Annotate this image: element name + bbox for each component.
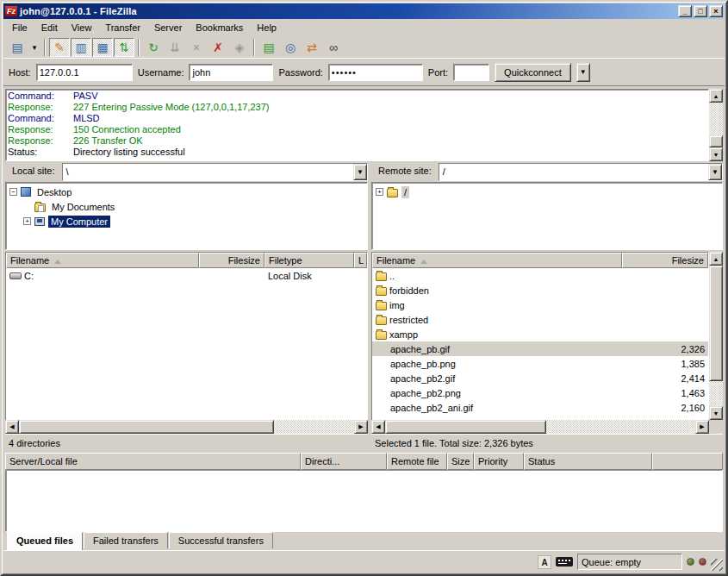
process-queue-icon[interactable]: ⇊ bbox=[165, 38, 185, 57]
scroll-thumb[interactable] bbox=[19, 420, 274, 434]
log-line: Command:MLSD bbox=[8, 113, 706, 124]
tree-item[interactable]: My Documents bbox=[6, 199, 367, 214]
scroll-thumb[interactable] bbox=[709, 266, 723, 381]
remote-vscrollbar[interactable]: ▲ ▼ bbox=[709, 252, 723, 420]
column-filesize[interactable]: Filesize bbox=[622, 253, 708, 268]
queue-tabs: Queued files Failed transfers Successful… bbox=[5, 532, 723, 550]
tree-item[interactable]: + My Computer bbox=[6, 214, 367, 229]
port-input[interactable] bbox=[453, 64, 489, 81]
remote-file-row[interactable]: apache_pb.png 1,385 bbox=[372, 356, 708, 371]
site-manager-dropdown[interactable]: ▾ bbox=[28, 38, 40, 57]
combo-dropdown-icon[interactable]: ▼ bbox=[708, 164, 722, 180]
queue-list[interactable] bbox=[5, 470, 723, 532]
log-line: Response:150 Connection accepted bbox=[8, 124, 706, 135]
tree-expander[interactable]: − bbox=[9, 188, 17, 196]
scroll-thumb[interactable] bbox=[709, 135, 723, 147]
cancel-operation-icon[interactable]: × bbox=[186, 38, 207, 57]
titlebar[interactable]: Fz john@127.0.0.1 - FileZilla _ □ × bbox=[3, 3, 725, 19]
menu-item[interactable]: Bookmarks bbox=[189, 21, 250, 34]
filezilla-window: Fz john@127.0.0.1 - FileZilla _ □ × File… bbox=[0, 0, 728, 576]
column-filetype[interactable]: Filetype bbox=[264, 253, 354, 268]
sync-browsing-icon[interactable]: ⇄ bbox=[302, 38, 322, 57]
remote-file-row[interactable]: xampp bbox=[372, 327, 708, 341]
scroll-down-icon[interactable]: ▼ bbox=[709, 147, 723, 161]
log-scrollbar[interactable]: ▲ ▼ bbox=[709, 89, 723, 161]
column-priority[interactable]: Priority bbox=[474, 453, 524, 470]
resize-grip[interactable] bbox=[711, 559, 723, 571]
queue-tab[interactable]: Successful transfers bbox=[169, 532, 273, 548]
local-site-combo[interactable]: \ ▼ bbox=[62, 163, 368, 181]
transfer-queue: Server/Local file Directi... Remote file… bbox=[3, 451, 725, 550]
close-button[interactable]: × bbox=[709, 5, 723, 17]
transfer-type-icon[interactable]: A bbox=[538, 555, 551, 569]
speed-limits-icon[interactable] bbox=[556, 557, 573, 567]
menu-item[interactable]: View bbox=[65, 21, 99, 34]
tree-item[interactable]: + / bbox=[372, 185, 722, 199]
remote-file-row[interactable]: apache_pb2.gif 2,414 bbox=[372, 371, 708, 385]
remote-file-row[interactable]: apache_pb2_ani.gif 2,160 bbox=[372, 400, 708, 415]
menu-item[interactable]: Help bbox=[250, 21, 283, 34]
toggle-queue-view-icon[interactable]: ⇅ bbox=[114, 38, 134, 57]
column-server-local-file[interactable]: Server/Local file bbox=[5, 453, 301, 470]
remote-file-row[interactable]: forbidden bbox=[372, 283, 708, 297]
remote-file-row[interactable]: img bbox=[372, 297, 708, 312]
statusbar: A Queue: empty bbox=[3, 550, 725, 573]
username-input[interactable] bbox=[189, 64, 273, 81]
scroll-up-icon[interactable]: ▲ bbox=[709, 252, 723, 266]
menu-item[interactable]: Server bbox=[147, 21, 189, 34]
tree-expander[interactable]: + bbox=[23, 217, 31, 225]
remote-file-row[interactable]: restricted bbox=[372, 312, 708, 327]
column-last-modified[interactable]: L bbox=[354, 253, 367, 268]
toolbar: ▤ ▾ ✎ ▥ ▦ ⇅ ↻ ⇊ × ✗ ◈ ▤ ◎ bbox=[3, 36, 725, 59]
disconnect-icon[interactable]: ✗ bbox=[208, 38, 228, 57]
column-size[interactable]: Size bbox=[447, 453, 474, 470]
remote-file-row[interactable]: .. bbox=[372, 268, 708, 283]
receive-activity-led-icon bbox=[699, 558, 706, 566]
folder-icon bbox=[376, 302, 387, 310]
tree-expander[interactable]: + bbox=[376, 188, 383, 196]
combo-dropdown-icon[interactable]: ▼ bbox=[353, 164, 367, 180]
column-remote-file[interactable]: Remote file bbox=[387, 453, 447, 470]
queue-tab[interactable]: Queued files bbox=[7, 532, 83, 550]
remote-site-combo[interactable]: / ▼ bbox=[439, 163, 723, 181]
refresh-icon[interactable]: ↻ bbox=[143, 38, 164, 57]
queue-tab[interactable]: Failed transfers bbox=[84, 532, 168, 548]
local-file-row[interactable]: C: Local Disk bbox=[6, 268, 367, 283]
password-input[interactable] bbox=[328, 64, 423, 81]
remote-hscrollbar[interactable]: ◀ ▶ bbox=[371, 420, 709, 434]
tree-item[interactable]: − Desktop bbox=[6, 185, 367, 199]
minimize-button[interactable]: _ bbox=[678, 5, 692, 17]
column-filename[interactable]: Filename bbox=[372, 253, 622, 268]
find-files-icon[interactable]: ∞ bbox=[323, 38, 344, 57]
scroll-left-icon[interactable]: ◀ bbox=[5, 420, 19, 434]
toggle-log-view-icon[interactable]: ✎ bbox=[49, 38, 70, 57]
filter-icon[interactable]: ▤ bbox=[258, 38, 279, 57]
quickconnect-dropdown[interactable]: ▼ bbox=[576, 63, 590, 82]
scroll-right-icon[interactable]: ▶ bbox=[695, 420, 709, 434]
menu-item[interactable]: Edit bbox=[34, 21, 65, 34]
column-status[interactable]: Status bbox=[524, 453, 652, 470]
quickconnect-button[interactable]: Quickconnect bbox=[495, 63, 571, 82]
toggle-local-tree-icon[interactable]: ▥ bbox=[71, 38, 91, 57]
remote-file-row[interactable]: apache_pb2.png 1,463 bbox=[372, 385, 708, 400]
column-filename[interactable]: Filename bbox=[6, 253, 199, 268]
scroll-right-icon[interactable]: ▶ bbox=[354, 420, 368, 434]
remote-file-row[interactable]: apache_pb.gif 2,326 bbox=[372, 341, 708, 356]
scroll-down-icon[interactable]: ▼ bbox=[709, 406, 723, 420]
scroll-thumb[interactable] bbox=[385, 420, 546, 434]
directory-compare-icon[interactable]: ◎ bbox=[280, 38, 301, 57]
desktop-icon bbox=[21, 187, 31, 197]
maximize-button[interactable]: □ bbox=[694, 5, 707, 17]
menu-item[interactable]: Transfer bbox=[98, 21, 147, 34]
local-list-header: Filename Filesize Filetype L bbox=[6, 253, 367, 268]
reconnect-icon[interactable]: ◈ bbox=[229, 38, 250, 57]
menu-item[interactable]: File bbox=[5, 21, 34, 34]
local-hscrollbar[interactable]: ◀ ▶ bbox=[5, 420, 368, 434]
column-direction[interactable]: Directi... bbox=[301, 453, 387, 470]
site-manager-icon[interactable]: ▤ bbox=[7, 38, 28, 57]
scroll-up-icon[interactable]: ▲ bbox=[709, 89, 723, 103]
toggle-remote-tree-icon[interactable]: ▦ bbox=[92, 38, 113, 57]
scroll-left-icon[interactable]: ◀ bbox=[371, 420, 385, 434]
column-filesize[interactable]: Filesize bbox=[199, 253, 264, 268]
host-input[interactable] bbox=[36, 64, 133, 81]
